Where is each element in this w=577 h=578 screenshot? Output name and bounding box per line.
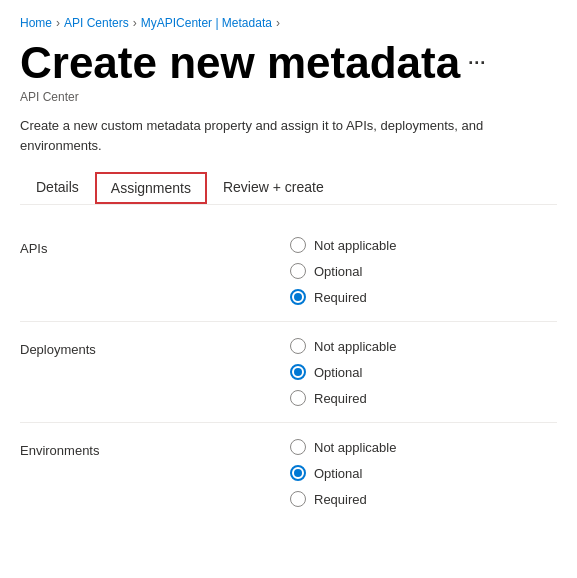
apis-optional-label: Optional [314, 264, 362, 279]
environments-label: Environments [20, 439, 160, 458]
environments-optional-label: Optional [314, 466, 362, 481]
assignments-form: APIs Not applicable Optional Required De… [20, 225, 557, 519]
apis-required-label: Required [314, 290, 367, 305]
deployments-optional[interactable]: Optional [290, 364, 396, 380]
page-title-container: Create new metadata ··· [20, 38, 557, 88]
page-description: Create a new custom metadata property an… [20, 116, 557, 155]
tab-assignments[interactable]: Assignments [95, 172, 207, 204]
breadcrumb-sep-1: › [56, 16, 60, 30]
deployments-required-label: Required [314, 391, 367, 406]
divider-2 [20, 422, 557, 423]
tab-review-create[interactable]: Review + create [207, 171, 340, 205]
breadcrumb-api-centers[interactable]: API Centers [64, 16, 129, 30]
apis-optional-radio[interactable] [290, 263, 306, 279]
deployments-not-applicable-radio[interactable] [290, 338, 306, 354]
deployments-radio-group: Not applicable Optional Required [290, 338, 396, 406]
apis-optional[interactable]: Optional [290, 263, 396, 279]
deployments-group: Deployments Not applicable Optional Requ… [20, 326, 557, 418]
page-title: Create new metadata [20, 38, 460, 88]
environments-required-radio[interactable] [290, 491, 306, 507]
page-subtitle: API Center [20, 90, 557, 104]
apis-not-applicable[interactable]: Not applicable [290, 237, 396, 253]
deployments-label: Deployments [20, 338, 160, 357]
divider-1 [20, 321, 557, 322]
environments-radio-group: Not applicable Optional Required [290, 439, 396, 507]
deployments-optional-label: Optional [314, 365, 362, 380]
tab-details[interactable]: Details [20, 171, 95, 205]
deployments-optional-radio[interactable] [290, 364, 306, 380]
environments-not-applicable-label: Not applicable [314, 440, 396, 455]
tab-bar: Details Assignments Review + create [20, 171, 557, 205]
breadcrumb-sep-3: › [276, 16, 280, 30]
apis-not-applicable-label: Not applicable [314, 238, 396, 253]
breadcrumb-sep-2: › [133, 16, 137, 30]
environments-optional-radio[interactable] [290, 465, 306, 481]
apis-group: APIs Not applicable Optional Required [20, 225, 557, 317]
deployments-not-applicable[interactable]: Not applicable [290, 338, 396, 354]
more-options-icon[interactable]: ··· [468, 53, 486, 74]
apis-required[interactable]: Required [290, 289, 396, 305]
environments-optional[interactable]: Optional [290, 465, 396, 481]
breadcrumb: Home › API Centers › MyAPICenter | Metad… [20, 16, 557, 30]
apis-radio-group: Not applicable Optional Required [290, 237, 396, 305]
deployments-required-radio[interactable] [290, 390, 306, 406]
apis-not-applicable-radio[interactable] [290, 237, 306, 253]
deployments-required[interactable]: Required [290, 390, 396, 406]
breadcrumb-myapicenter[interactable]: MyAPICenter | Metadata [141, 16, 272, 30]
apis-required-radio[interactable] [290, 289, 306, 305]
environments-not-applicable[interactable]: Not applicable [290, 439, 396, 455]
environments-required-label: Required [314, 492, 367, 507]
environments-required[interactable]: Required [290, 491, 396, 507]
breadcrumb-home[interactable]: Home [20, 16, 52, 30]
environments-group: Environments Not applicable Optional Req… [20, 427, 557, 519]
environments-not-applicable-radio[interactable] [290, 439, 306, 455]
apis-label: APIs [20, 237, 160, 256]
deployments-not-applicable-label: Not applicable [314, 339, 396, 354]
